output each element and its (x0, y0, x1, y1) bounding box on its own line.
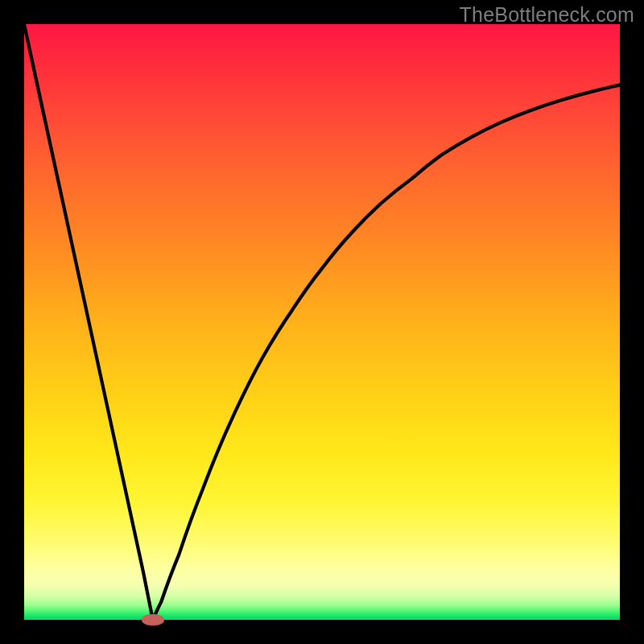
plot-area (24, 24, 620, 620)
watermark-text: TheBottleneck.com (460, 3, 634, 27)
chart-frame: TheBottleneck.com (0, 0, 644, 644)
curve-minimum-marker (142, 614, 164, 625)
bottleneck-curve (24, 24, 620, 620)
